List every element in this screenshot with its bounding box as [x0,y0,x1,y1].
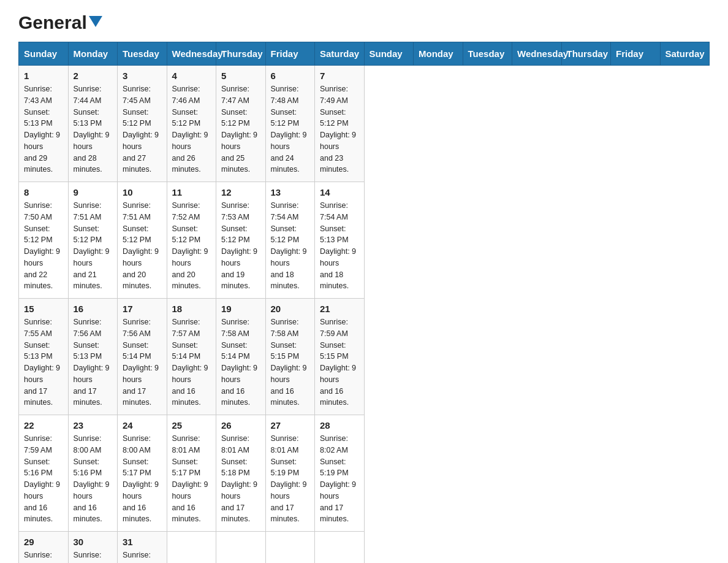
header-monday: Monday [68,42,118,66]
day-info: Sunrise: 8:01 AMSunset: 5:17 PMDaylight:… [172,433,211,525]
day-info: Sunrise: 7:52 AMSunset: 5:12 PMDaylight:… [172,200,211,292]
day-info: Sunrise: 8:02 AMSunset: 5:20 PMDaylight:… [24,550,63,563]
day-info: Sunrise: 8:02 AMSunset: 5:22 PMDaylight:… [123,550,162,563]
calendar-cell: 10Sunrise: 7:51 AMSunset: 5:12 PMDayligh… [118,182,167,299]
header-saturday: Saturday [315,42,365,66]
day-info: Sunrise: 8:00 AMSunset: 5:17 PMDaylight:… [123,433,162,525]
logo-triangle-icon [89,16,102,31]
calendar-cell: 26Sunrise: 8:01 AMSunset: 5:18 PMDayligh… [216,415,266,532]
day-number: 28 [320,420,359,431]
calendar-header-row: SundayMondayTuesdayWednesdayThursdayFrid… [19,42,710,66]
day-number: 2 [74,71,113,81]
calendar-week-row: 29Sunrise: 8:02 AMSunset: 5:20 PMDayligh… [19,532,710,564]
calendar-cell: 2Sunrise: 7:44 AMSunset: 5:13 PMDaylight… [68,66,118,182]
calendar-cell: 28Sunrise: 8:02 AMSunset: 5:19 PMDayligh… [315,415,365,532]
day-number: 1 [24,71,63,81]
day-number: 30 [74,537,113,547]
header-sunday: Sunday [19,42,69,66]
day-info: Sunrise: 7:59 AMSunset: 5:16 PMDaylight:… [24,433,63,525]
header-tuesday: Tuesday [118,42,167,66]
day-info: Sunrise: 7:58 AMSunset: 5:14 PMDaylight:… [221,316,260,408]
calendar-cell: 5Sunrise: 7:47 AMSunset: 5:12 PMDaylight… [216,66,266,182]
day-info: Sunrise: 7:50 AMSunset: 5:12 PMDaylight:… [24,200,63,292]
header-wednesday: Wednesday [167,42,216,66]
calendar-cell [315,532,365,564]
day-info: Sunrise: 7:58 AMSunset: 5:15 PMDaylight:… [271,316,310,408]
calendar-cell [265,532,315,564]
calendar-cell: 22Sunrise: 7:59 AMSunset: 5:16 PMDayligh… [19,415,69,532]
day-number: 15 [24,304,63,314]
day-info: Sunrise: 7:55 AMSunset: 5:13 PMDaylight:… [24,316,63,408]
day-info: Sunrise: 8:01 AMSunset: 5:18 PMDaylight:… [221,433,260,525]
day-info: Sunrise: 7:59 AMSunset: 5:15 PMDaylight:… [320,316,359,408]
header-monday: Monday [414,42,463,66]
header-thursday: Thursday [561,42,611,66]
day-info: Sunrise: 8:00 AMSunset: 5:16 PMDaylight:… [74,433,113,525]
day-number: 10 [123,187,162,197]
day-number: 12 [221,187,260,197]
calendar-cell: 29Sunrise: 8:02 AMSunset: 5:20 PMDayligh… [19,532,69,564]
calendar-week-row: 1Sunrise: 7:43 AMSunset: 5:13 PMDaylight… [19,66,710,182]
calendar-cell: 7Sunrise: 7:49 AMSunset: 5:12 PMDaylight… [315,66,365,182]
day-info: Sunrise: 7:43 AMSunset: 5:13 PMDaylight:… [24,83,63,175]
calendar-cell: 12Sunrise: 7:53 AMSunset: 5:12 PMDayligh… [216,182,266,299]
calendar-cell: 20Sunrise: 7:58 AMSunset: 5:15 PMDayligh… [265,299,315,415]
day-number: 14 [320,187,359,197]
header-saturday: Saturday [660,42,710,66]
calendar-cell: 30Sunrise: 8:02 AMSunset: 5:21 PMDayligh… [68,532,118,564]
calendar-cell: 9Sunrise: 7:51 AMSunset: 5:12 PMDaylight… [68,182,118,299]
day-info: Sunrise: 7:44 AMSunset: 5:13 PMDaylight:… [74,83,113,175]
calendar-cell: 25Sunrise: 8:01 AMSunset: 5:17 PMDayligh… [167,415,216,532]
day-number: 25 [172,420,211,431]
day-info: Sunrise: 7:48 AMSunset: 5:12 PMDaylight:… [271,83,310,175]
calendar-cell: 18Sunrise: 7:57 AMSunset: 5:14 PMDayligh… [167,299,216,415]
day-number: 5 [221,71,260,81]
header-thursday: Thursday [216,42,266,66]
calendar-cell: 1Sunrise: 7:43 AMSunset: 5:13 PMDaylight… [19,66,69,182]
header-sunday: Sunday [364,42,414,66]
logo-general-text: General [18,12,87,33]
day-number: 3 [123,71,162,81]
day-info: Sunrise: 7:49 AMSunset: 5:12 PMDaylight:… [320,83,359,175]
calendar-cell: 19Sunrise: 7:58 AMSunset: 5:14 PMDayligh… [216,299,266,415]
day-info: Sunrise: 8:02 AMSunset: 5:21 PMDaylight:… [74,550,113,563]
day-number: 29 [24,537,63,547]
page-header: General [18,12,710,31]
day-number: 6 [271,71,310,81]
day-number: 13 [271,187,310,197]
day-number: 21 [320,304,359,314]
day-number: 19 [221,304,260,314]
calendar-cell: 17Sunrise: 7:56 AMSunset: 5:14 PMDayligh… [118,299,167,415]
day-number: 8 [24,187,63,197]
day-info: Sunrise: 7:54 AMSunset: 5:13 PMDaylight:… [320,200,359,292]
day-info: Sunrise: 7:47 AMSunset: 5:12 PMDaylight:… [221,83,260,175]
day-info: Sunrise: 7:56 AMSunset: 5:14 PMDaylight:… [123,316,162,408]
calendar-cell: 13Sunrise: 7:54 AMSunset: 5:12 PMDayligh… [265,182,315,299]
calendar-cell: 8Sunrise: 7:50 AMSunset: 5:12 PMDaylight… [19,182,69,299]
calendar-cell: 27Sunrise: 8:01 AMSunset: 5:19 PMDayligh… [265,415,315,532]
calendar-week-row: 8Sunrise: 7:50 AMSunset: 5:12 PMDaylight… [19,182,710,299]
day-info: Sunrise: 7:51 AMSunset: 5:12 PMDaylight:… [74,200,113,292]
day-number: 27 [271,420,310,431]
day-number: 22 [24,420,63,431]
day-number: 16 [74,304,113,314]
day-number: 31 [123,537,162,547]
calendar-cell: 31Sunrise: 8:02 AMSunset: 5:22 PMDayligh… [118,532,167,564]
calendar-cell: 14Sunrise: 7:54 AMSunset: 5:13 PMDayligh… [315,182,365,299]
svg-marker-0 [89,16,102,27]
day-info: Sunrise: 7:51 AMSunset: 5:12 PMDaylight:… [123,200,162,292]
calendar-cell: 16Sunrise: 7:56 AMSunset: 5:13 PMDayligh… [68,299,118,415]
day-number: 4 [172,71,211,81]
calendar-cell: 4Sunrise: 7:46 AMSunset: 5:12 PMDaylight… [167,66,216,182]
calendar-cell: 11Sunrise: 7:52 AMSunset: 5:12 PMDayligh… [167,182,216,299]
day-info: Sunrise: 7:46 AMSunset: 5:12 PMDaylight:… [172,83,211,175]
day-info: Sunrise: 8:02 AMSunset: 5:19 PMDaylight:… [320,433,359,525]
calendar-cell: 6Sunrise: 7:48 AMSunset: 5:12 PMDaylight… [265,66,315,182]
day-number: 7 [320,71,359,81]
calendar-cell [216,532,266,564]
day-info: Sunrise: 7:56 AMSunset: 5:13 PMDaylight:… [74,316,113,408]
day-info: Sunrise: 7:54 AMSunset: 5:12 PMDaylight:… [271,200,310,292]
header-tuesday: Tuesday [463,42,512,66]
header-friday: Friday [611,42,661,66]
calendar-cell: 15Sunrise: 7:55 AMSunset: 5:13 PMDayligh… [19,299,69,415]
